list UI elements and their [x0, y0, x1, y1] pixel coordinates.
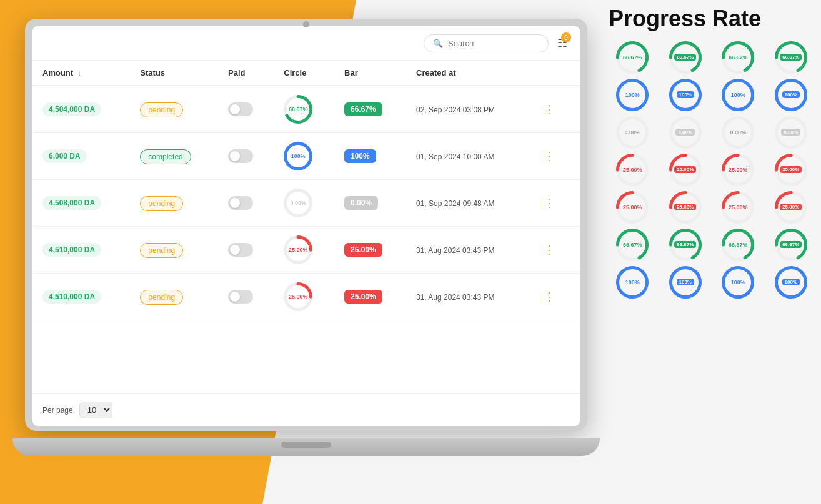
- cell-circle: 66.67%: [274, 86, 334, 133]
- toolbar: 🔍 ☷ 0: [32, 26, 580, 61]
- toggle-paid[interactable]: [228, 196, 253, 210]
- progress-cell: 66.67%: [767, 229, 815, 261]
- laptop-screen: 🔍 ☷ 0 Amount ↓ Status: [25, 19, 587, 431]
- toggle-paid[interactable]: [228, 102, 253, 116]
- mini-circle: 100%: [669, 79, 702, 111]
- cell-bar: 66.67%: [334, 86, 406, 133]
- mini-circle: 66.67%: [669, 41, 702, 74]
- circle-progress: 25.00%: [284, 235, 312, 264]
- mini-label: 25.00%: [623, 167, 642, 173]
- progress-cell: 0.00%: [662, 116, 710, 149]
- laptop-wrapper: 🔍 ☷ 0 Amount ↓ Status: [25, 19, 600, 468]
- toggle-paid[interactable]: [228, 149, 253, 163]
- mini-label: 66.67%: [623, 242, 642, 248]
- screen-content: 🔍 ☷ 0 Amount ↓ Status: [32, 26, 580, 426]
- cell-amount: 4,510,000 DA: [32, 227, 130, 274]
- cell-amount: 4,508,000 DA: [32, 180, 130, 227]
- status-badge: pending: [140, 243, 183, 258]
- progress-cell: 25.00%: [609, 154, 657, 186]
- mini-circle: 66.67%: [722, 41, 754, 74]
- circle-label: 66.67%: [289, 106, 308, 112]
- progress-cell: 66.67%: [609, 229, 657, 261]
- mini-circle: 0.00%: [616, 116, 649, 149]
- toggle-paid[interactable]: [228, 290, 253, 304]
- progress-cell: 25.00%: [714, 191, 762, 224]
- cell-paid: [218, 86, 274, 133]
- circle-label: 0.00%: [291, 200, 307, 206]
- row-menu-button[interactable]: ⋮: [539, 147, 560, 166]
- mini-label: 25.00%: [729, 167, 748, 173]
- progress-cell: 100%: [609, 266, 657, 299]
- table-header-row: Amount ↓ Status Paid Circle Bar Created …: [32, 61, 580, 86]
- mini-badge: 25.00%: [674, 204, 696, 210]
- row-menu-button[interactable]: ⋮: [539, 194, 560, 212]
- filter-button[interactable]: ☷ 0: [555, 34, 570, 52]
- row-menu-button[interactable]: ⋮: [539, 287, 560, 306]
- row-menu-button[interactable]: ⋮: [539, 240, 560, 259]
- mini-badge: 66.67%: [674, 241, 696, 248]
- cell-paid: [218, 274, 274, 320]
- cell-date: 01, Sep 2024 10:00 AM: [406, 133, 529, 180]
- cell-bar: 25.00%: [334, 227, 406, 274]
- mini-badge: 100%: [782, 91, 800, 98]
- cell-amount: 4,504,000 DA: [32, 86, 130, 133]
- search-input[interactable]: [448, 39, 535, 48]
- cell-menu: ⋮: [529, 274, 580, 320]
- cell-status: pending: [130, 86, 218, 133]
- cell-bar: 100%: [334, 133, 406, 180]
- progress-cell: 100%: [662, 79, 710, 111]
- mini-circle: 100%: [616, 266, 649, 299]
- mini-circle: 25.00%: [616, 154, 649, 186]
- mini-circle: 0.00%: [669, 116, 702, 149]
- mini-label: 25.00%: [729, 204, 748, 210]
- progress-cell: 66.67%: [714, 229, 762, 261]
- cell-menu: ⋮: [529, 133, 580, 180]
- status-badge: pending: [140, 196, 183, 211]
- col-amount[interactable]: Amount ↓: [32, 61, 130, 86]
- date-text: 02, Sep 2024 03:08 PM: [416, 106, 495, 114]
- amount-badge: 4,510,000 DA: [42, 243, 101, 257]
- per-page-select[interactable]: 10 25 50: [79, 402, 112, 418]
- cell-amount: 6,000 DA: [32, 133, 130, 180]
- cell-bar: 0.00%: [334, 180, 406, 227]
- progress-rate-grid: 66.67% 66.67% 66.67%: [609, 41, 815, 299]
- status-badge: pending: [140, 290, 183, 305]
- row-menu-button[interactable]: ⋮: [539, 100, 560, 119]
- bar-badge: 66.67%: [344, 102, 382, 116]
- laptop-base: [12, 438, 600, 456]
- progress-cell: 66.67%: [714, 41, 762, 74]
- circle-progress: 100%: [284, 142, 312, 170]
- mini-circle: 100%: [775, 266, 807, 299]
- progress-cell: 66.67%: [662, 41, 710, 74]
- circle-label: 100%: [291, 153, 306, 159]
- col-created-at: Created at: [406, 61, 529, 86]
- progress-cell: 25.00%: [767, 154, 815, 186]
- progress-cell: 0.00%: [767, 116, 815, 149]
- search-box[interactable]: 🔍: [424, 34, 549, 52]
- mini-label: 100%: [731, 92, 745, 98]
- progress-cell: 25.00%: [767, 191, 815, 224]
- toggle-paid[interactable]: [228, 243, 253, 257]
- table-row: 4,510,000 DA pending 25.00% 25.00% 31, A…: [32, 227, 580, 274]
- progress-cell: 100%: [662, 266, 710, 299]
- cell-menu: ⋮: [529, 180, 580, 227]
- mini-circle: 66.67%: [616, 229, 649, 261]
- mini-label: 66.67%: [729, 54, 748, 61]
- cell-paid: [218, 180, 274, 227]
- bar-badge: 100%: [344, 149, 376, 163]
- mini-badge: 66.67%: [674, 54, 696, 61]
- mini-circle: 66.67%: [722, 229, 754, 261]
- cell-status: pending: [130, 274, 218, 320]
- mini-badge: 66.67%: [780, 241, 802, 248]
- mini-label: 66.67%: [729, 242, 748, 248]
- progress-cell: 66.67%: [662, 229, 710, 261]
- mini-circle: 25.00%: [775, 154, 807, 186]
- col-circle: Circle: [274, 61, 334, 86]
- progress-cell: 66.67%: [609, 41, 657, 74]
- date-text: 01, Sep 2024 10:00 AM: [416, 152, 494, 161]
- progress-cell: 25.00%: [609, 191, 657, 224]
- mini-circle: 25.00%: [722, 191, 754, 224]
- mini-label: 0.00%: [624, 129, 640, 136]
- table-row: 4,510,000 DA pending 25.00% 25.00% 31, A…: [32, 274, 580, 320]
- progress-cell: 25.00%: [714, 154, 762, 186]
